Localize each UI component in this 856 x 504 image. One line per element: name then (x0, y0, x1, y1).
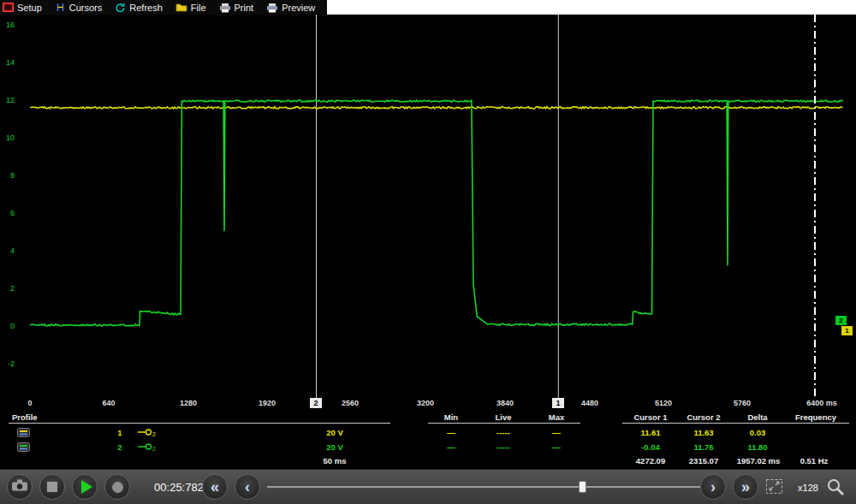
skip-back-button[interactable]: « (202, 474, 228, 500)
cursor-delta-time: 1957.02 ms (728, 456, 789, 465)
menubar: Setup Cursors Refresh File Print Preview (0, 0, 856, 15)
x-axis-label: 5760 (718, 399, 766, 407)
header-max: Max (535, 412, 578, 422)
record-button[interactable] (104, 474, 130, 500)
menu-label: Preview (282, 3, 315, 13)
menu-item-print[interactable]: Print (219, 3, 254, 13)
menu-item-setup[interactable]: Setup (3, 3, 42, 13)
value-cursor1: 11.61 (625, 428, 676, 437)
menu-item-preview[interactable]: Preview (266, 3, 315, 13)
cursor1-time: 4272.09 (625, 456, 676, 465)
step-back-icon: ‹ (245, 476, 250, 498)
menu-item-cursors[interactable]: Cursors (55, 3, 103, 13)
play-icon (81, 480, 92, 494)
profile-title: Profile (12, 412, 38, 422)
menu-label: Cursors (69, 3, 103, 13)
stop-icon (47, 482, 57, 492)
menu-item-file[interactable]: File (175, 3, 206, 13)
x-axis-label: 0 (6, 399, 54, 407)
value-delta: 11.80 (732, 442, 783, 452)
measurement-panel: Profile Min Live Max Cursor 1 Cursor 2 D… (0, 409, 856, 469)
menu-strip: Setup Cursors Refresh File Print Preview (0, 0, 327, 15)
refresh-icon (115, 3, 126, 13)
value-cursor1: -0.04 (625, 442, 676, 452)
value-min: — (430, 428, 473, 437)
header-divider (622, 423, 849, 424)
channel-1-button[interactable] (17, 428, 30, 437)
probe-icon-channel-2[interactable]: 2 (137, 442, 156, 451)
step-forward-button[interactable]: › (700, 474, 726, 500)
waveform-display[interactable]: 16 14 12 10 8 6 4 2 0 -2 2 1 (0, 15, 856, 398)
x-axis-label: 1280 (164, 399, 212, 407)
menu-label: File (191, 3, 206, 13)
value-live: ----- (482, 442, 525, 452)
waveform-svg (0, 15, 856, 398)
cursor-flag-2[interactable]: 2 (310, 398, 322, 408)
sweep-rate: 50 ms (313, 456, 356, 465)
camera-icon (11, 478, 28, 495)
channel-2-button[interactable] (17, 442, 30, 452)
value-cursor2: 11.76 (678, 442, 729, 452)
step-back-button[interactable]: ‹ (235, 474, 260, 500)
x-axis-label: 3840 (481, 399, 529, 407)
cursors-icon (55, 3, 66, 12)
header-divider (428, 423, 580, 424)
stop-button[interactable] (39, 474, 65, 500)
play-button[interactable] (72, 474, 98, 500)
menu-item-refresh[interactable]: Refresh (115, 3, 163, 13)
record-icon (112, 482, 123, 493)
zoom-level: x128 (789, 483, 827, 493)
scrub-track[interactable] (267, 486, 700, 488)
playback-time: 00:25:782 (148, 481, 210, 494)
skip-back-icon: « (211, 476, 219, 498)
channel-zero-marker-yellow[interactable]: 1 (841, 325, 853, 336)
setup-icon (3, 3, 14, 12)
value-min: — (430, 442, 473, 452)
skip-forward-icon: » (741, 476, 750, 498)
skip-forward-button[interactable]: » (733, 474, 758, 500)
svg-text:2: 2 (152, 431, 156, 437)
value-max: — (535, 428, 578, 437)
value-live: ----- (482, 428, 525, 437)
x-axis-label: 3200 (401, 399, 449, 407)
trace-channel-2-green (30, 100, 842, 326)
channel-scale: 20 V (313, 428, 356, 437)
value-cursor2: 11.63 (678, 428, 729, 437)
header-live: Live (482, 412, 525, 422)
menu-label: Setup (17, 3, 42, 13)
header-divider (9, 423, 390, 424)
header-cursor1: Cursor 1 (625, 412, 676, 422)
x-axis-label: 640 (85, 399, 133, 407)
cursor-flag-1[interactable]: 1 (552, 398, 564, 408)
fit-screen-icon[interactable] (765, 478, 783, 498)
cursor2-time: 2315.07 (678, 456, 729, 465)
header-delta: Delta (732, 412, 783, 422)
preview-icon (266, 3, 278, 13)
x-axis-label: 5120 (639, 399, 687, 407)
x-axis-label: 4480 (566, 399, 614, 407)
x-axis-label: 2560 (326, 399, 374, 407)
menu-label: Print (235, 3, 254, 13)
menu-label: Refresh (129, 3, 163, 13)
channel-scale: 20 V (313, 442, 356, 452)
scope-app: Setup Cursors Refresh File Print Preview (0, 0, 856, 504)
zoom-icon[interactable] (825, 477, 846, 501)
transport-bar: 00:25:782 « ‹ › » x128 (0, 469, 856, 504)
trace-channel-1-yellow (30, 107, 842, 109)
header-min: Min (430, 412, 473, 422)
channel-number: 1 (113, 428, 127, 437)
header-frequency: Frequency (785, 412, 847, 422)
probe-icon-channel-1[interactable]: 2 (137, 427, 156, 436)
snapshot-button[interactable] (7, 474, 33, 500)
x-axis: 0 640 1280 1920 2560 3200 3840 4480 5120… (0, 398, 856, 409)
step-forward-icon: › (710, 476, 716, 498)
channel-number: 2 (113, 442, 127, 452)
header-cursor2: Cursor 2 (678, 412, 729, 422)
x-axis-label: 1920 (243, 399, 291, 407)
file-icon (175, 3, 187, 12)
scrub-handle[interactable] (579, 481, 586, 493)
svg-text:2: 2 (152, 446, 156, 452)
x-axis-label: 6400 ms (794, 399, 849, 407)
cursor-frequency: 0.51 Hz (783, 456, 845, 465)
value-max: — (535, 442, 578, 452)
